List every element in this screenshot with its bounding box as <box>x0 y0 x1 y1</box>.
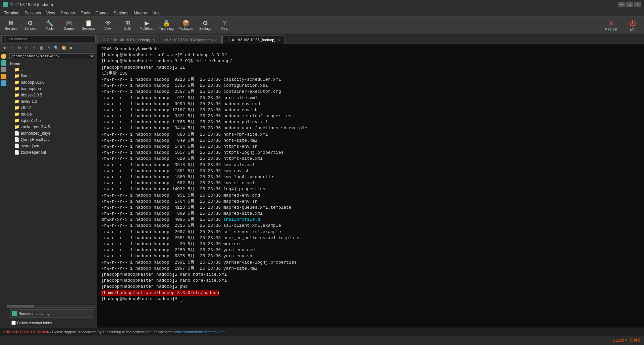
menu-settings[interactable]: Settings <box>111 10 131 16</box>
menu-games[interactable]: Games <box>93 10 111 16</box>
servers-icon: ⚙ <box>28 20 33 26</box>
folder-icon: 📁 <box>14 99 19 104</box>
sidebar-new-btn[interactable]: + <box>31 45 38 51</box>
view-button[interactable]: 👁 View <box>99 17 117 33</box>
terminal-line: -rw-r--r-- 1 hadoop hadoop 4113 5月 25 23… <box>101 205 640 211</box>
sidebar-refresh-btn[interactable]: ↻ <box>16 45 23 51</box>
maximize-button[interactable]: □ <box>626 2 633 7</box>
help-button[interactable]: ? Help <box>215 17 234 33</box>
tree-item-zookeeper-out[interactable]: 📄 zookeeper.out <box>7 149 97 155</box>
sidebar-star-btn[interactable]: ★ <box>1 45 8 51</box>
terminal-line: -rw-r--r-- 1 hadoop hadoop 1764 5月 25 23… <box>101 199 640 205</box>
terminal-line: -rw-r--r-- 1 hadoop hadoop 3321 5月 25 23… <box>101 113 640 119</box>
sidebar-black-btn[interactable]: ■ <box>68 45 74 51</box>
terminal-line: -rw-r--r-- 1 hadoop hadoop 3414 5月 25 23… <box>101 125 640 131</box>
menu-view[interactable]: View <box>44 10 58 16</box>
terminal[interactable]: 2346 SecondaryNameNode[hadoop@HadoopMast… <box>97 44 644 328</box>
xserver-button[interactable]: ✕ X server <box>601 17 621 33</box>
tree-item-hadooptmp[interactable]: 📁 hadooptmp <box>7 85 97 92</box>
tab-3-close[interactable]: ✕ <box>215 38 217 42</box>
tree-item-queryresult[interactable]: 📄 QueryResult.java <box>7 136 97 143</box>
minimize-button[interactable]: ─ <box>618 2 625 7</box>
tools-icon: 🔧 <box>46 20 53 26</box>
tree-item-hive[interactable]: 📁 hive3.1.2 <box>7 98 97 105</box>
terminal-line: -rw-r--r-- 1 hadoop hadoop 3999 5月 25 23… <box>101 101 640 107</box>
tree-item-hbase[interactable]: 📁 hbase-2.0.5 <box>7 92 97 98</box>
menu-terminal[interactable]: Terminal <box>1 10 22 16</box>
multiexec-button[interactable]: ▶ MultiExec <box>138 17 156 33</box>
terminal-line: -rw-r--r-- 1 hadoop hadoop 2250 5月 25 23… <box>101 247 640 253</box>
nav-icon-star[interactable] <box>1 54 6 59</box>
add-tab-button[interactable]: + <box>285 35 293 43</box>
remote-monitoring-label: Remote monitoring <box>18 312 50 316</box>
quick-connect-input[interactable] <box>1 36 96 42</box>
tab-2-close[interactable]: ✕ <box>152 38 155 42</box>
exit-button[interactable]: ⏻ Exit <box>623 17 643 33</box>
tools-button[interactable]: 🔧 Tools <box>40 17 59 33</box>
sidebar-connect-btn[interactable]: ⊕ <box>23 45 30 51</box>
tab-3-label: 3. 192.168.19.62 (hadoop) <box>169 38 213 42</box>
file-icon: 📄 <box>14 137 19 142</box>
terminal-line: [hadoop@HadoopMaster hadoop]$ ll <box>101 65 640 71</box>
menu-tools[interactable]: Tools <box>78 10 93 16</box>
tab-4-icon: 🖥 <box>227 38 230 42</box>
remote-monitoring-button[interactable]: Remote monitoring <box>10 309 94 318</box>
follow-terminal-checkbox[interactable] <box>11 321 16 325</box>
file-tree: Name 📁 .. 📁 flume 📁 hadoop-3.3.0 📁 <box>7 60 97 305</box>
tunneling-button[interactable]: 🔒 Tunneling <box>157 17 176 33</box>
packages-button[interactable]: 📦 Packages <box>176 17 195 33</box>
nav-icon-search[interactable] <box>1 67 6 72</box>
sidebar-find-btn[interactable]: 🔍 <box>53 45 60 51</box>
path-select[interactable]: /home/hadoop/software/ <box>9 53 95 59</box>
nav-icon-shell[interactable] <box>1 80 6 86</box>
terminal-line: -rw-r--r-- 1 hadoop hadoop 620 5月 25 23:… <box>101 156 640 162</box>
terminal-line: -rw-r--r-- 1 hadoop hadoop 1484 5月 25 23… <box>101 144 640 150</box>
tree-item-score[interactable]: 📄 score.java <box>7 143 97 149</box>
terminal-line: -rw-r--r-- 1 hadoop hadoop 2567 5月 25 23… <box>101 89 640 95</box>
split-icon: ⊞ <box>125 20 130 26</box>
close-button[interactable]: ✕ <box>634 2 641 7</box>
menu-macros[interactable]: Macros <box>131 10 150 16</box>
sidebar: ★ ↑ ↻ ⊕ + 🗑 ✎ 🔍 🎨 ■ /home/hado <box>0 34 97 328</box>
tree-item-authorized-keys[interactable]: 📄 authorized_keys <box>7 130 97 136</box>
nav-icon-files[interactable] <box>1 60 6 66</box>
tab-4-close[interactable]: ✕ <box>277 38 280 42</box>
unregistered-label: UNREGISTERED VERSION <box>3 330 50 334</box>
nav-icon-sessions[interactable] <box>1 74 6 79</box>
tree-item-dotdot[interactable]: 📁 .. <box>7 66 97 73</box>
sidebar-edit-btn[interactable]: ✎ <box>46 45 52 51</box>
menu-help[interactable]: Help <box>150 10 163 16</box>
settings-button[interactable]: ⚙ Settings <box>196 17 215 33</box>
folder-icon: 📁 <box>14 118 19 123</box>
sidebar-delete-btn[interactable]: 🗑 <box>38 45 45 51</box>
split-button[interactable]: ⊞ Split <box>118 17 137 33</box>
tab-4[interactable]: 🖥 4. 192.168.19.63 (hadoop) ✕ <box>222 36 284 44</box>
terminal-line: -rw-r--r-- 1 hadoop hadoop 971 5月 25 23:… <box>101 95 640 101</box>
terminal-line: -rw-r--r-- 1 hadoop hadoop 1351 5月 25 23… <box>101 168 640 174</box>
terminal-line: -rw-r--r-- 1 hadoop hadoop 2681 5月 25 23… <box>101 235 640 241</box>
games-button[interactable]: 🎮 Games <box>60 17 78 33</box>
tree-item-flume[interactable]: 📁 flume <box>7 73 97 79</box>
tree-item-jdk[interactable]: 📁 jdk1.8 <box>7 105 97 111</box>
toolbar-right: ✕ X server ⏻ Exit <box>601 17 643 33</box>
sidebar-color-btn[interactable]: 🎨 <box>60 45 67 51</box>
menu-sessions[interactable]: Sessions <box>22 10 44 16</box>
tab-3[interactable]: 🖥 3. 192.168.19.62 (hadoop) ✕ <box>160 36 222 44</box>
servers-button[interactable]: ⚙ Servers <box>21 17 40 33</box>
status-link[interactable]: https://mobaxterm.mobatek.net <box>174 330 225 334</box>
tree-item-zookeeper[interactable]: 📁 zookeeper-3.4.5 <box>7 124 97 130</box>
sidebar-up-btn[interactable]: ↑ <box>9 45 15 51</box>
session-button[interactable]: 🖥 Session <box>1 17 20 33</box>
games-icon: 🎮 <box>65 20 73 26</box>
csdn-logo: CSDN 打开时光 <box>613 338 641 343</box>
sessions-button[interactable]: 📋 Sessions <box>79 17 98 33</box>
tab-2[interactable]: 🖥 2. 192.168.19.61 (hadoop) ✕ <box>97 36 159 44</box>
menu-xserver[interactable]: X server <box>58 10 78 16</box>
tree-item-sqoop[interactable]: 📁 sqoop1.4.5 <box>7 117 97 124</box>
terminal-line: -rw-r--r-- 1 hadoop hadoop 17167 5月 25 2… <box>101 107 640 113</box>
settings-icon: ⚙ <box>203 20 208 26</box>
h-scrollbar[interactable] <box>7 305 97 307</box>
tree-item-mudle[interactable]: 📁 mudle <box>7 111 97 117</box>
follow-terminal-option[interactable]: Follow terminal folder <box>10 319 94 326</box>
tree-item-hadoop[interactable]: 📁 hadoop-3.3.0 <box>7 79 97 85</box>
